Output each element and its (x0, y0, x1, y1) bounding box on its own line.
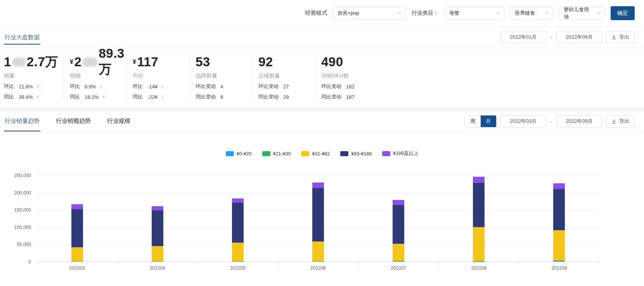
stat-value: 27 (283, 84, 289, 90)
mode-label: 经营模式 (305, 10, 327, 17)
tab-industry-scale[interactable]: 行业规模 (106, 111, 131, 131)
kpi-stat-mom: 环比变动 162 (321, 83, 400, 90)
bar-202206 (312, 183, 324, 262)
stat-key: 环比 (70, 83, 80, 90)
kpi-stat-yoy: 同比变动 187 (321, 93, 400, 100)
x-axis-tick-label: 202204 (117, 265, 197, 271)
kpi-card-shop-count: 92 店铺数量 环比变动 27 同比变动 29 (252, 54, 315, 100)
kpi-card-avg-price: ¥117 均价 环比 -14¥ ↓ 同比 -22¥ ↓ (126, 54, 189, 100)
bar-segment (312, 188, 324, 241)
kpi-stat-yoy: 同比 39.4% ↑ (4, 93, 64, 100)
kpi-value: ¥117 (133, 54, 189, 70)
subcategory-select[interactable]: 营养辅食 (510, 7, 553, 20)
legend-label: ¥0-¥20 (237, 151, 252, 157)
category-select-value: 母婴 (449, 10, 459, 17)
mode-select[interactable]: 自营+pop (332, 7, 406, 20)
mode-select-value: 自营+pop (338, 10, 359, 17)
overview-date-end[interactable]: 2022年09月 (556, 31, 602, 43)
legend-swatch-icon (226, 151, 234, 156)
stat-key: 环比变动 (196, 83, 216, 90)
kpi-card-brand-count: 53 品牌数量 环比变动 4 同比变动 6 (189, 54, 252, 100)
bar-segment (393, 200, 404, 205)
chart-legend: ¥0-¥20¥21-¥30¥31-¥82¥83-¥188¥189及以上 (0, 150, 644, 157)
stat-key: 同比变动 (321, 93, 341, 100)
chevron-down-icon (597, 11, 601, 15)
trend-date-end[interactable]: 2022年09月 (556, 115, 602, 127)
x-axis-tick-label: 202206 (278, 265, 358, 271)
download-icon (611, 34, 616, 40)
kpi-stat-mom: 环比 21.8% ↑ (4, 83, 64, 90)
legend-item[interactable]: ¥21-¥30 (262, 150, 291, 157)
section-divider (0, 108, 644, 111)
legend-item[interactable]: ¥0-¥20 (226, 150, 252, 157)
category-label: 行业类目： (412, 10, 439, 17)
overview-date-start[interactable]: 2022年01月 (500, 31, 546, 43)
trend-header: 行业销量趋势 行业销额趋势 行业规模 周 月 2022年03月 - 2022年0… (0, 111, 644, 132)
kpi-value: 92 (258, 54, 315, 70)
kpi-value: ¥289.3万 (70, 54, 126, 70)
kpi-value-text: 89.3万 (99, 46, 126, 78)
legend-label: ¥31-¥82 (312, 151, 330, 157)
y-axis-tick-label: 250,000 (0, 173, 31, 178)
confirm-button[interactable]: 确定 (611, 6, 635, 20)
stat-value: -22¥ (147, 94, 158, 100)
stat-value: 162 (346, 84, 355, 90)
bar-segment (473, 227, 485, 261)
x-axis-tick (197, 262, 198, 264)
trend-export-button[interactable]: 导出 (606, 115, 635, 127)
legend-swatch-icon (340, 151, 348, 156)
stat-key: 同比 (70, 93, 80, 100)
stat-value: 187 (346, 94, 355, 100)
kpi-label: 动销SKU数 (321, 72, 400, 79)
kpi-label: 品牌数量 (196, 72, 252, 79)
bar-segment (71, 247, 83, 261)
stat-value: 4 (220, 84, 223, 90)
bar-202204 (152, 206, 163, 262)
kpi-stat-mom: 环比变动 4 (196, 83, 252, 90)
kpi-stat-yoy: 同比 -22¥ ↓ (133, 93, 189, 100)
period-month-option[interactable]: 月 (481, 115, 496, 127)
bar-segment (553, 183, 565, 189)
period-week-option[interactable]: 周 (465, 115, 481, 127)
kpi-label: 销量 (4, 72, 64, 79)
overview-export-button[interactable]: 导出 (606, 31, 635, 43)
overview-title[interactable]: 行业大盘数据 (4, 30, 40, 45)
stat-value: -14¥ (147, 84, 158, 90)
x-axis-tick-label: 202207 (358, 265, 439, 271)
legend-swatch-icon (301, 151, 309, 156)
kpi-stat-mom: 环比变动 27 (258, 83, 315, 90)
kpi-card-active-sku-count: 490 动销SKU数 环比变动 162 同比变动 187 (315, 54, 400, 100)
kpi-stat-mom: 环比 -14¥ ↓ (133, 83, 189, 90)
arrow-up-icon: ↑ (36, 94, 39, 100)
masked-value-blur (82, 57, 98, 67)
kpi-value-text: 1 (4, 55, 11, 69)
x-axis-tick (117, 262, 118, 264)
bar-segment (553, 261, 565, 262)
y-axis-tick-label: 0 (0, 259, 31, 265)
y-axis-tick-label: 150,000 (0, 207, 31, 213)
x-axis-tick (519, 262, 519, 264)
legend-item[interactable]: ¥83-¥188 (340, 150, 372, 157)
gridline (37, 176, 599, 176)
tab-industry-sales-volume-trend[interactable]: 行业销量趋势 (4, 111, 40, 131)
leaf-category-select[interactable]: 婴幼儿食用油 (559, 7, 605, 20)
bar-segment (152, 246, 163, 261)
legend-item[interactable]: ¥31-¥82 (301, 150, 330, 157)
legend-item[interactable]: ¥189及以上 (382, 150, 418, 157)
bar-segment (71, 261, 83, 262)
bar-202203 (71, 204, 83, 262)
legend-swatch-icon (262, 151, 270, 156)
category-select[interactable]: 母婴 (444, 7, 504, 20)
legend-label: ¥83-¥188 (351, 151, 372, 157)
kpi-card-sales-volume: 12.7万 销量 环比 21.8% ↑ 同比 39.4% ↑ (4, 54, 64, 100)
bar-202208 (473, 177, 485, 262)
overview-export-label: 导出 (619, 34, 629, 41)
kpi-stat-mom: 环比 8.9% ↑ (70, 83, 126, 90)
kpi-row: 12.7万 销量 环比 21.8% ↑ 同比 39.4% ↑ ¥289.3万 销… (0, 48, 644, 108)
trend-date-start[interactable]: 2022年03月 (500, 115, 546, 127)
bar-202209 (553, 183, 565, 262)
bar-segment (393, 244, 404, 261)
bar-segment (232, 203, 244, 243)
kpi-stat-yoy: 同比变动 29 (258, 93, 315, 100)
tab-industry-sales-amount-trend[interactable]: 行业销额趋势 (55, 111, 92, 131)
